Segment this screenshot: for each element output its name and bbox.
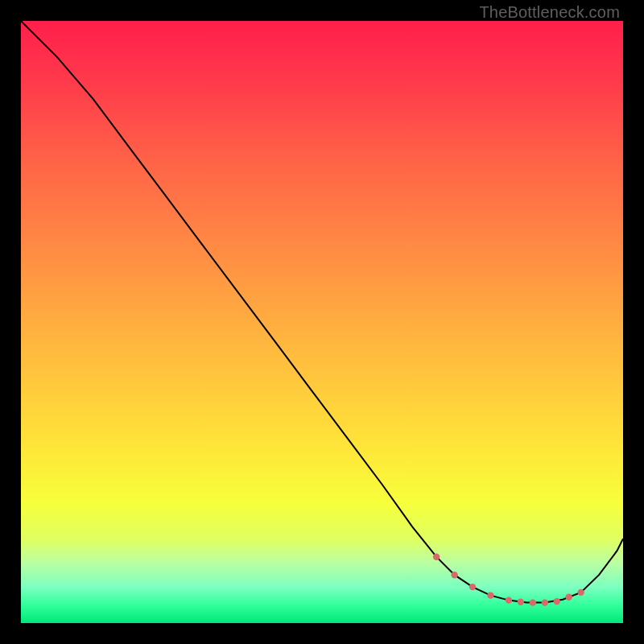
marker-dot: [530, 599, 536, 605]
marker-dot: [487, 592, 493, 598]
marker-dot: [469, 584, 476, 590]
marker-dot: [577, 589, 584, 596]
marker-dot: [542, 599, 548, 605]
marker-dot: [451, 572, 457, 578]
marker-dot: [433, 554, 440, 560]
chart-svg: [21, 21, 623, 623]
plot-area: [21, 21, 623, 623]
chart-frame: [21, 21, 623, 623]
marker-dot: [554, 598, 560, 605]
marker-dot: [506, 597, 512, 603]
gradient-background: [21, 21, 623, 623]
marker-dot: [518, 599, 524, 605]
watermark-text: TheBottleneck.com: [479, 3, 620, 22]
marker-dot: [566, 594, 572, 601]
